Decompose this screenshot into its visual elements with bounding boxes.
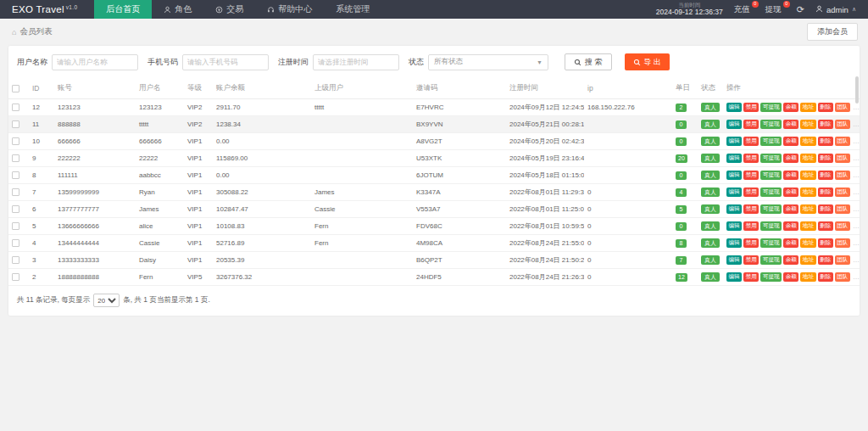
- action-button-可提现[interactable]: 可提现: [760, 171, 782, 180]
- action-button-地址[interactable]: 地址: [800, 120, 815, 129]
- action-button-删除[interactable]: 删除: [818, 255, 833, 265]
- select-all-checkbox[interactable]: [12, 85, 19, 92]
- action-button-余额[interactable]: 余额: [783, 171, 798, 180]
- action-button-编辑[interactable]: 编辑: [726, 238, 742, 248]
- status-real-button[interactable]: 真人: [701, 171, 720, 180]
- action-button-团队[interactable]: 团队: [835, 204, 850, 214]
- action-button-禁用[interactable]: 禁用: [743, 188, 759, 197]
- status-real-button[interactable]: 真人: [701, 204, 720, 214]
- status-real-button[interactable]: 真人: [701, 272, 720, 282]
- action-button-删除[interactable]: 删除: [818, 272, 833, 282]
- action-button-编辑[interactable]: 编辑: [726, 103, 742, 112]
- scrollbar-thumb[interactable]: [855, 76, 859, 104]
- row-checkbox[interactable]: [12, 171, 19, 179]
- action-button-团队[interactable]: 团队: [835, 137, 850, 146]
- status-select[interactable]: 所有状态 ▼: [428, 54, 548, 70]
- action-button-编辑[interactable]: 编辑: [726, 272, 742, 282]
- action-button-余额[interactable]: 余额: [783, 188, 798, 197]
- action-button-编辑[interactable]: 编辑: [726, 154, 742, 163]
- action-button-余额[interactable]: 余额: [783, 103, 798, 112]
- add-member-button[interactable]: 添加会员: [807, 23, 858, 41]
- status-real-button[interactable]: 真人: [701, 255, 720, 265]
- action-button-地址[interactable]: 地址: [800, 171, 815, 180]
- action-button-地址[interactable]: 地址: [800, 204, 815, 214]
- action-button-可提现[interactable]: 可提现: [760, 154, 782, 163]
- row-checkbox[interactable]: [12, 256, 19, 264]
- search-button[interactable]: 搜 索: [565, 53, 612, 70]
- action-button-删除[interactable]: 删除: [818, 188, 833, 197]
- action-button-团队[interactable]: 团队: [835, 272, 850, 282]
- action-button-编辑[interactable]: 编辑: [726, 221, 742, 231]
- action-button-编辑[interactable]: 编辑: [726, 171, 742, 180]
- page-size-select[interactable]: 20: [93, 294, 120, 307]
- action-button-禁用[interactable]: 禁用: [743, 103, 759, 112]
- action-button-团队[interactable]: 团队: [835, 103, 850, 112]
- action-button-可提现[interactable]: 可提现: [760, 255, 782, 265]
- row-checkbox[interactable]: [12, 137, 19, 145]
- action-button-团队[interactable]: 团队: [835, 188, 850, 197]
- nav-item-3[interactable]: 帮助中心: [255, 0, 324, 19]
- export-button[interactable]: 导 出: [625, 53, 670, 70]
- action-button-禁用[interactable]: 禁用: [743, 255, 759, 265]
- nav-item-1[interactable]: 角色: [152, 0, 203, 19]
- action-button-删除[interactable]: 删除: [818, 120, 833, 129]
- action-button-余额[interactable]: 余额: [783, 238, 798, 248]
- action-button-编辑[interactable]: 编辑: [726, 120, 742, 129]
- regtime-input[interactable]: [313, 54, 399, 70]
- action-button-余额[interactable]: 余额: [783, 154, 798, 163]
- action-button-禁用[interactable]: 禁用: [743, 272, 759, 282]
- row-checkbox[interactable]: [12, 188, 19, 196]
- username-input[interactable]: [52, 54, 138, 70]
- action-button-地址[interactable]: 地址: [800, 272, 815, 282]
- action-button-编辑[interactable]: 编辑: [726, 188, 742, 197]
- action-button-团队[interactable]: 团队: [835, 171, 850, 180]
- action-button-可提现[interactable]: 可提现: [760, 137, 782, 146]
- nav-item-4[interactable]: 系统管理: [324, 0, 381, 19]
- table-scrollbar[interactable]: [855, 76, 859, 284]
- action-button-禁用[interactable]: 禁用: [743, 120, 759, 129]
- action-button-可提现[interactable]: 可提现: [760, 120, 782, 129]
- action-button-删除[interactable]: 删除: [818, 221, 833, 231]
- action-button-禁用[interactable]: 禁用: [743, 238, 759, 248]
- action-button-可提现[interactable]: 可提现: [760, 103, 782, 112]
- action-button-地址[interactable]: 地址: [800, 255, 815, 265]
- status-real-button[interactable]: 真人: [701, 221, 720, 231]
- action-button-地址[interactable]: 地址: [800, 103, 815, 112]
- action-button-余额[interactable]: 余额: [783, 204, 798, 214]
- nav-item-0[interactable]: 后台首页: [94, 0, 152, 19]
- row-checkbox[interactable]: [12, 239, 19, 247]
- action-button-删除[interactable]: 删除: [818, 103, 833, 112]
- refresh-icon[interactable]: ⟳: [797, 5, 804, 14]
- nav-item-2[interactable]: 交易: [203, 0, 255, 19]
- action-button-团队[interactable]: 团队: [835, 120, 850, 129]
- recharge-link[interactable]: 充值 0: [734, 4, 754, 15]
- action-button-团队[interactable]: 团队: [835, 238, 850, 248]
- action-button-地址[interactable]: 地址: [800, 238, 815, 248]
- row-checkbox[interactable]: [12, 205, 19, 213]
- action-button-余额[interactable]: 余额: [783, 255, 798, 265]
- action-button-删除[interactable]: 删除: [818, 204, 833, 214]
- action-button-禁用[interactable]: 禁用: [743, 221, 759, 231]
- action-button-编辑[interactable]: 编辑: [726, 204, 742, 214]
- action-button-余额[interactable]: 余额: [783, 120, 798, 129]
- action-button-可提现[interactable]: 可提现: [760, 221, 782, 231]
- action-button-编辑[interactable]: 编辑: [726, 255, 742, 265]
- status-real-button[interactable]: 真人: [701, 137, 720, 146]
- status-real-button[interactable]: 真人: [701, 188, 720, 197]
- action-button-禁用[interactable]: 禁用: [743, 204, 759, 214]
- action-button-余额[interactable]: 余额: [783, 221, 798, 231]
- row-checkbox[interactable]: [12, 273, 19, 281]
- action-button-禁用[interactable]: 禁用: [743, 154, 759, 163]
- row-checkbox[interactable]: [12, 120, 19, 128]
- action-button-可提现[interactable]: 可提现: [760, 188, 782, 197]
- action-button-地址[interactable]: 地址: [800, 137, 815, 146]
- action-button-团队[interactable]: 团队: [835, 154, 850, 163]
- row-checkbox[interactable]: [12, 104, 19, 111]
- action-button-余额[interactable]: 余额: [783, 272, 798, 282]
- status-real-button[interactable]: 真人: [701, 154, 720, 163]
- action-button-禁用[interactable]: 禁用: [743, 171, 759, 180]
- action-button-地址[interactable]: 地址: [800, 221, 815, 231]
- action-button-可提现[interactable]: 可提现: [760, 204, 782, 214]
- action-button-团队[interactable]: 团队: [835, 221, 850, 231]
- action-button-删除[interactable]: 删除: [818, 137, 833, 146]
